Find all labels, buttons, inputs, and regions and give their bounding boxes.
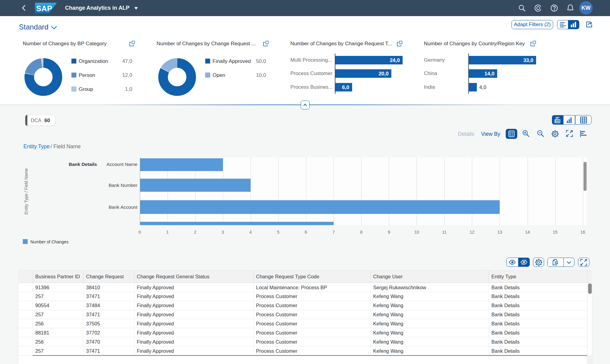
svg-text:SAP: SAP [36,4,52,13]
